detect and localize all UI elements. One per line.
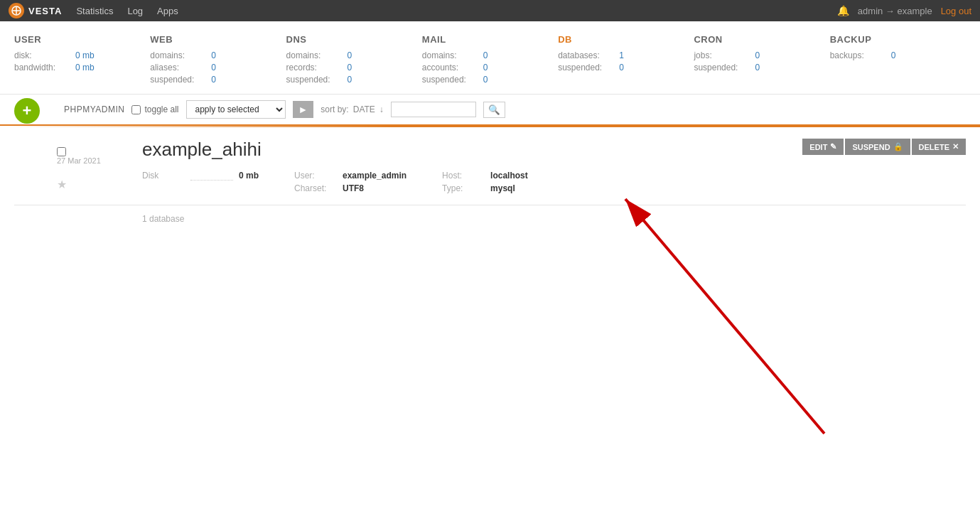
db-list-item: 27 Mar 2021 ★ example_ahihi Disk 0 mb — [14, 127, 966, 205]
stat-label: domains: — [150, 50, 207, 60]
delete-button[interactable]: DELETE ✕ — [912, 139, 966, 155]
db-star-icon[interactable]: ★ — [57, 178, 67, 191]
stat-label: records: — [286, 63, 343, 72]
nav-log[interactable]: Log — [127, 6, 143, 16]
add-database-button[interactable]: + — [14, 98, 40, 124]
stat-label: suspended: — [150, 75, 207, 85]
stat-value: 0 — [483, 50, 488, 60]
stat-value: 0 — [891, 50, 896, 60]
stat-value: 0 mb — [75, 63, 95, 72]
logout-button[interactable]: Log out — [941, 6, 971, 16]
bell-icon: 🔔 — [837, 5, 849, 16]
stat-value: 0 — [348, 50, 352, 60]
sort-dir-icon: ↓ — [379, 104, 384, 114]
stat-label: databases: — [558, 50, 615, 60]
stat-value: 0 — [755, 63, 760, 72]
sort-by-label: sort by: — [321, 104, 348, 114]
topnav: VESTA Statistics Log Apps 🔔 admin → exam… — [0, 0, 980, 21]
stat-title-cron: CRON — [694, 34, 829, 45]
lock-icon: 🔒 — [893, 142, 903, 151]
edit-icon: ✎ — [830, 142, 836, 151]
stat-title-user: USER — [14, 34, 150, 45]
stat-value: 0 — [483, 75, 488, 85]
stat-label: disk: — [14, 50, 71, 60]
logo-icon — [9, 3, 24, 18]
topnav-right: 🔔 admin → example Log out — [837, 5, 971, 16]
footer: 1 database — [0, 205, 980, 238]
stat-value: 0 mb — [75, 50, 95, 60]
charset-value: UTF8 — [343, 183, 364, 193]
toggle-all-label: toggle all — [144, 104, 178, 114]
nav-apps[interactable]: Apps — [157, 6, 178, 16]
stat-label: suspended: — [558, 63, 615, 72]
stat-value: 0 — [619, 63, 624, 72]
search-icon: 🔍 — [488, 104, 500, 115]
nav-statistics[interactable]: Statistics — [76, 6, 113, 16]
phpmyadmin-link[interactable]: PHPMYADMIN — [64, 104, 124, 114]
logo-text: VESTA — [28, 6, 62, 16]
host-value: localhost — [490, 171, 528, 181]
db-date: 27 Mar 2021 — [57, 156, 101, 165]
sort-value: DATE — [353, 104, 375, 114]
stat-label: jobs: — [694, 50, 750, 60]
stat-group-backup: BACKUP backups:0 — [830, 34, 966, 87]
stat-label: suspended: — [286, 75, 343, 85]
stat-group-db: DB databases:1 suspended:0 — [558, 34, 694, 87]
stat-label: backups: — [830, 50, 887, 60]
db-details: Disk 0 mb User: example_admin Cha — [142, 171, 802, 193]
stat-value: 0 — [755, 50, 760, 60]
toggle-all-checkbox[interactable] — [131, 105, 141, 114]
stats-section: USER disk:0 mb bandwidth:0 mb WEB domain… — [0, 21, 980, 95]
search-button[interactable]: 🔍 — [483, 102, 505, 118]
db-left-col: 27 Mar 2021 ★ — [14, 139, 142, 193]
db-main-col: example_ahihi Disk 0 mb User: — [142, 139, 802, 193]
edit-button[interactable]: EDIT ✎ — [802, 139, 844, 155]
user-label: User: — [294, 171, 337, 181]
stat-label: accounts: — [422, 63, 479, 72]
stat-title-mail: MAIL — [422, 34, 558, 45]
close-icon: ✕ — [952, 142, 959, 151]
stat-label: suspended: — [422, 75, 479, 85]
stat-group-cron: CRON jobs:0 suspended:0 — [694, 34, 829, 87]
stat-label: domains: — [286, 50, 343, 60]
disk-value: 0 mb — [239, 171, 259, 181]
host-label: Host: — [442, 171, 485, 181]
stat-title-backup: BACKUP — [830, 34, 966, 45]
type-label: Type: — [442, 183, 485, 193]
stat-label: bandwidth: — [14, 63, 71, 72]
db-name: example_ahihi — [142, 139, 802, 161]
type-value: mysql — [490, 183, 515, 193]
apply-to-selected-select[interactable]: apply to selected — [186, 100, 286, 119]
apply-button[interactable]: ► — [293, 101, 314, 118]
stat-label: suspended: — [694, 63, 750, 72]
stat-title-dns: DNS — [286, 34, 422, 45]
db-count: 1 database — [142, 214, 184, 224]
stat-value: 0 — [348, 75, 352, 85]
content-area: 27 Mar 2021 ★ example_ahihi Disk 0 mb — [0, 127, 980, 205]
action-buttons: EDIT ✎ SUSPEND 🔒 DELETE ✕ — [802, 139, 966, 193]
user-value: example_admin — [343, 171, 406, 181]
toolbar: PHPMYADMIN toggle all apply to selected … — [0, 95, 980, 126]
stat-value: 0 — [483, 63, 488, 72]
stat-value: 1 — [619, 50, 624, 60]
stat-group-mail: MAIL domains:0 accounts:0 suspended:0 — [422, 34, 558, 87]
stat-group-user: USER disk:0 mb bandwidth:0 mb — [14, 34, 150, 87]
stat-label: domains: — [422, 50, 479, 60]
stat-group-web: WEB domains:0 aliases:0 suspended:0 — [150, 34, 286, 87]
stat-title-db: DB — [558, 34, 694, 45]
user-info: admin → example — [858, 6, 932, 16]
disk-label: Disk — [142, 171, 185, 181]
sort-area: sort by: DATE ↓ — [321, 104, 383, 114]
toggle-all-area: toggle all — [131, 104, 178, 114]
stat-value: 0 — [211, 63, 216, 72]
db-select-checkbox[interactable] — [57, 147, 66, 156]
suspend-button[interactable]: SUSPEND 🔒 — [845, 139, 910, 155]
stat-value: 0 — [348, 63, 352, 72]
stat-label: aliases: — [150, 63, 207, 72]
logo[interactable]: VESTA — [9, 3, 62, 18]
search-input[interactable] — [391, 102, 476, 117]
charset-label: Charset: — [294, 183, 337, 193]
stat-value: 0 — [211, 75, 216, 85]
stat-value: 0 — [211, 50, 216, 60]
stat-group-dns: DNS domains:0 records:0 suspended:0 — [286, 34, 422, 87]
